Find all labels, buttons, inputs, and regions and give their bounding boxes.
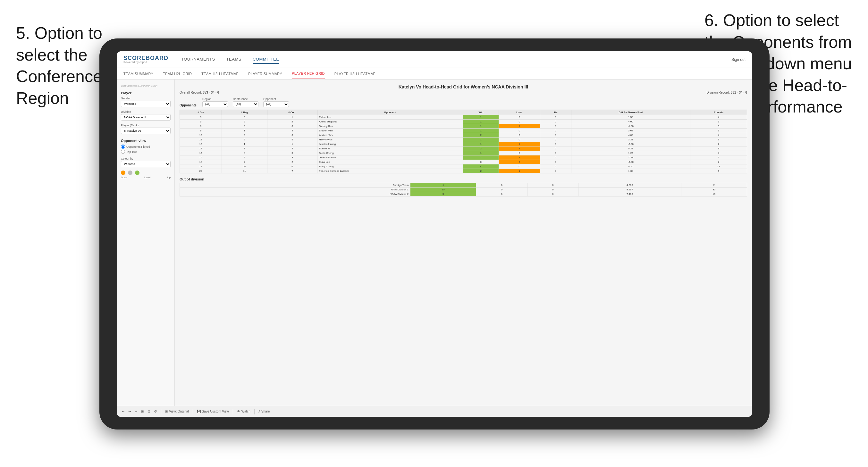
toolbar: ↩ ↪ ↩ ⊞ ⊡ ⏱ ⊞ View: Original 💾 Save Cust… bbox=[117, 406, 752, 417]
toolbar-undo[interactable]: ↩ bbox=[122, 410, 124, 413]
conference-filter-select[interactable]: (All) bbox=[233, 101, 258, 107]
col-loss: Loss bbox=[499, 110, 540, 115]
division-label: Division bbox=[121, 110, 170, 114]
grid-title: Katelyn Vo Head-to-Head Grid for Women's… bbox=[180, 84, 747, 89]
share-icon: ⤴ bbox=[258, 410, 260, 413]
col-reg: # Reg bbox=[222, 110, 267, 115]
gender-label: Gender bbox=[121, 97, 170, 100]
table-row: 1822Euna Lee020-5.002 bbox=[180, 160, 747, 164]
view-icon: ⊞ bbox=[165, 410, 168, 413]
colour-down bbox=[121, 170, 125, 175]
colour-by-label: Colour by bbox=[121, 157, 170, 160]
toolbar-history[interactable]: ↩ bbox=[135, 410, 137, 413]
opponent-filter: Opponent (All) bbox=[263, 97, 289, 107]
watch-icon: 👁 bbox=[237, 410, 240, 413]
out-of-division-title: Out of division bbox=[180, 177, 747, 181]
overall-record: Overall Record: 353 - 34 - 6 bbox=[180, 91, 219, 94]
opponents-label: Opponents: bbox=[180, 103, 197, 107]
table-row: 522Alexis Sudjianto1004.003 bbox=[180, 120, 747, 124]
sidebar: Last Updated: 27/03/2024 10:34 Player Ge… bbox=[117, 80, 175, 417]
opponent-filter-label: Opponent bbox=[263, 97, 289, 101]
out-division-row: Foreign Team1004.5002 bbox=[180, 183, 747, 187]
sub-nav-player-h2h-grid[interactable]: PLAYER H2H GRID bbox=[292, 68, 325, 79]
nav-committee[interactable]: COMMITTEE bbox=[253, 55, 279, 64]
region-filter: Region (All) bbox=[202, 97, 228, 107]
app-navbar: SCOREBOARD Powered by clippd TOURNAMENTS… bbox=[117, 51, 752, 68]
table-row: 1623Jessica Mason120-0.947 bbox=[180, 155, 747, 160]
toolbar-watch[interactable]: 👁 Watch bbox=[237, 410, 250, 413]
out-division-row: NAIA Division 115009.26730 bbox=[180, 187, 747, 192]
table-row: 914Sharon Mun1003.673 bbox=[180, 128, 747, 133]
radio-top-100[interactable]: Top 100 bbox=[121, 150, 170, 154]
toolbar-separator-4 bbox=[254, 409, 255, 414]
sub-nav-player-summary[interactable]: PLAYER SUMMARY bbox=[248, 68, 282, 79]
col-rounds: Rounds bbox=[690, 110, 747, 115]
table-row: 633Sydney Kuo110-1.003 bbox=[180, 124, 747, 128]
opponent-view-title: Opponent view bbox=[121, 139, 170, 143]
player-section-title: Player bbox=[121, 91, 170, 95]
opponent-filter-select[interactable]: (All) bbox=[263, 101, 289, 107]
out-division-table: Foreign Team1004.5002NAIA Division 11500… bbox=[180, 183, 747, 196]
toolbar-copy[interactable]: ⊞ bbox=[141, 410, 144, 413]
col-win: Win bbox=[463, 110, 499, 115]
save-icon: 💾 bbox=[197, 410, 201, 413]
nav-tournaments[interactable]: TOURNAMENTS bbox=[181, 55, 215, 64]
toolbar-redo[interactable]: ↪ bbox=[128, 410, 131, 413]
opponent-view-options: Opponents Played Top 100 bbox=[121, 145, 170, 154]
data-table: # Div # Reg # Conf Opponent Win Loss Tie… bbox=[180, 110, 747, 174]
col-tie: Tie bbox=[540, 110, 571, 115]
gender-select[interactable]: Women's bbox=[121, 101, 170, 107]
sub-nav-player-h2h-heatmap[interactable]: PLAYER H2H HEATMAP bbox=[335, 68, 375, 79]
conference-filter: Conference (All) bbox=[233, 97, 258, 107]
tablet-screen: SCOREBOARD Powered by clippd TOURNAMENTS… bbox=[117, 51, 752, 417]
sub-nav-team-h2h-grid[interactable]: TEAM H2H GRID bbox=[163, 68, 192, 79]
table-row: 1125Heejo Hyun1003.333 bbox=[180, 137, 747, 142]
colour-up bbox=[135, 170, 140, 175]
toolbar-separator-1 bbox=[161, 409, 161, 414]
toolbar-view-original[interactable]: ⊞ View: Original bbox=[165, 410, 189, 413]
toolbar-paste[interactable]: ⊡ bbox=[148, 410, 150, 413]
player-rank-select[interactable]: 8. Katelyn Vo bbox=[121, 128, 170, 134]
opponent-view-section: Opponent view Opponents Played Top 100 bbox=[121, 139, 170, 154]
division-record: Division Record: 331 - 34 - 6 bbox=[706, 91, 747, 94]
tablet-device: SCOREBOARD Powered by clippd TOURNAMENTS… bbox=[99, 38, 770, 430]
nav-items: TOURNAMENTS TEAMS COMMITTEE bbox=[181, 55, 719, 64]
colour-labels: Down Level Up bbox=[121, 176, 170, 179]
colour-level bbox=[128, 170, 132, 175]
filter-row: Opponents: Region (All) Conference (All) bbox=[180, 97, 747, 107]
app-logo: SCOREBOARD Powered by clippd bbox=[123, 55, 168, 64]
sign-out-link[interactable]: Sign out bbox=[732, 57, 745, 62]
region-filter-select[interactable]: (All) bbox=[202, 101, 228, 107]
conference-filter-label: Conference bbox=[233, 97, 258, 101]
out-division-row: NCAA Division 25007.40010 bbox=[180, 192, 747, 196]
toolbar-time: ⏱ bbox=[154, 410, 157, 413]
radio-opponents-played[interactable]: Opponents Played bbox=[121, 145, 170, 149]
table-row: 1063Andrea York2004.004 bbox=[180, 133, 747, 137]
toolbar-separator-2 bbox=[193, 409, 193, 414]
table-row: 20117Federica Domecq Lacroze2101.336 bbox=[180, 169, 747, 174]
col-opponent: Opponent bbox=[317, 110, 463, 115]
nav-teams[interactable]: TEAMS bbox=[226, 55, 242, 64]
region-filter-label: Region bbox=[202, 97, 228, 101]
table-row: 331Esther Lee1001.504 bbox=[180, 115, 747, 120]
player-rank-label: Player (Rank) bbox=[121, 124, 170, 127]
colour-by-section: Colour by Win/loss Down Level Up bbox=[121, 157, 170, 179]
grid-area: Katelyn Vo Head-to-Head Grid for Women's… bbox=[175, 80, 752, 417]
toolbar-share[interactable]: ⤴ Share bbox=[258, 410, 270, 413]
main-content: Last Updated: 27/03/2024 10:34 Player Ge… bbox=[117, 80, 752, 417]
records-row: Overall Record: 353 - 34 - 6 Division Re… bbox=[180, 91, 747, 94]
sub-nav-team-h2h-heatmap[interactable]: TEAM H2H HEATMAP bbox=[202, 68, 239, 79]
table-row: 1311Jessica Huang110-3.002 bbox=[180, 142, 747, 147]
last-updated: Last Updated: 27/03/2024 10:34 bbox=[121, 84, 170, 87]
division-select[interactable]: NCAA Division III bbox=[121, 114, 170, 121]
sub-navbar: TEAM SUMMARY TEAM H2H GRID TEAM H2H HEAT… bbox=[117, 68, 752, 80]
toolbar-separator-3 bbox=[233, 409, 233, 414]
col-diff: Diff Av Strokes/Rnd bbox=[571, 110, 690, 115]
table-row: 1474Eunice Yi2200.389 bbox=[180, 147, 747, 151]
col-div: # Div bbox=[180, 110, 222, 115]
col-conf: # Conf bbox=[268, 110, 317, 115]
toolbar-save-custom[interactable]: 💾 Save Custom View bbox=[197, 410, 229, 413]
colour-by-select[interactable]: Win/loss bbox=[121, 161, 170, 167]
table-row: 1585Stella Cheng1001.254 bbox=[180, 151, 747, 155]
sub-nav-team-summary[interactable]: TEAM SUMMARY bbox=[123, 68, 153, 79]
